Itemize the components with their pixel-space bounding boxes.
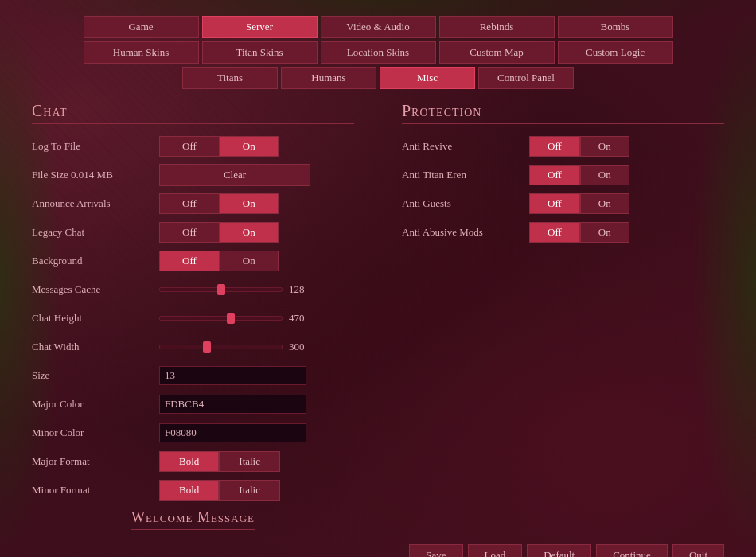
anti-revive-label: Anti Revive	[402, 140, 529, 153]
background-label: Background	[32, 255, 159, 267]
chat-width-value: 300	[289, 341, 313, 353]
subtab-misc[interactable]: Misc	[380, 67, 475, 89]
nav-bombs[interactable]: Bombs	[558, 16, 673, 38]
background-on[interactable]: On	[220, 251, 279, 271]
major-bold-btn[interactable]: Bold	[159, 451, 219, 472]
anti-abusive-mods-on[interactable]: On	[580, 222, 629, 243]
major-italic-btn[interactable]: Italic	[219, 451, 280, 472]
file-size-row: File Size 0.014 MB Clear	[32, 164, 354, 186]
announce-arrivals-row: Announce Arrivals Off On	[32, 193, 354, 215]
log-to-file-on[interactable]: On	[220, 136, 279, 157]
chat-height-value: 470	[289, 312, 313, 325]
chat-height-label: Chat Height	[32, 312, 159, 325]
messages-cache-row: Messages Cache 128	[32, 278, 354, 301]
log-to-file-label: Log To File	[32, 140, 159, 153]
nav-human-skins[interactable]: Human Skins	[84, 41, 199, 64]
nav-custom-logic[interactable]: Custom Logic	[558, 41, 673, 64]
minor-format-row: Minor Format Bold Italic	[32, 479, 354, 501]
chat-width-slider[interactable]	[159, 345, 283, 349]
chat-width-label: Chat Width	[32, 341, 159, 353]
minor-italic-btn[interactable]: Italic	[219, 480, 280, 501]
size-label: Size	[32, 369, 159, 382]
announce-on[interactable]: On	[220, 193, 279, 214]
anti-guests-toggle: Off On	[529, 193, 629, 214]
nav-video-audio[interactable]: Video & Audio	[321, 16, 436, 38]
legacy-off[interactable]: Off	[159, 222, 220, 243]
major-format-group: Bold Italic	[159, 451, 280, 472]
quit-button[interactable]: Quit	[672, 544, 724, 557]
chat-title: Chat	[32, 102, 354, 124]
major-format-label: Major Format	[32, 455, 159, 468]
anti-guests-on[interactable]: On	[580, 193, 629, 214]
anti-guests-label: Anti Guests	[402, 197, 529, 210]
minor-bold-btn[interactable]: Bold	[159, 480, 219, 501]
subtab-control-panel[interactable]: Control Panel	[478, 67, 574, 89]
size-row: Size	[32, 364, 354, 387]
nav-game[interactable]: Game	[84, 16, 199, 38]
chat-height-row: Chat Height 470	[32, 307, 354, 329]
protection-panel: Protection Anti Revive Off On Anti Titan…	[370, 102, 724, 536]
legacy-chat-label: Legacy Chat	[32, 226, 159, 239]
load-button[interactable]: Load	[468, 544, 523, 557]
welcome-section: Welcome Message	[32, 509, 354, 536]
anti-abusive-mods-off[interactable]: Off	[529, 222, 580, 243]
clear-button[interactable]: Clear	[159, 164, 310, 186]
chat-panel: Chat Log To File Off On File Size 0.014 …	[32, 102, 370, 536]
background-row: Background Off On	[32, 250, 354, 272]
anti-titan-eren-on[interactable]: On	[580, 165, 629, 185]
anti-revive-off[interactable]: Off	[529, 136, 580, 157]
anti-titan-eren-label: Anti Titan Eren	[402, 169, 529, 181]
messages-cache-label: Messages Cache	[32, 283, 159, 296]
anti-revive-on[interactable]: On	[580, 136, 629, 157]
anti-titan-eren-toggle: Off On	[529, 165, 629, 185]
announce-arrivals-toggle: Off On	[159, 193, 279, 214]
legacy-on[interactable]: On	[220, 222, 279, 243]
log-to-file-row: Log To File Off On	[32, 135, 354, 158]
continue-button[interactable]: Continue	[596, 544, 668, 557]
anti-abusive-mods-toggle: Off On	[529, 222, 629, 243]
nav-rebinds[interactable]: Rebinds	[439, 16, 555, 38]
anti-titan-eren-row: Anti Titan Eren Off On	[402, 164, 724, 186]
nav-row-1: Game Server Video & Audio Rebinds Bombs	[32, 16, 724, 38]
major-color-label: Major Color	[32, 398, 159, 411]
minor-format-label: Minor Format	[32, 484, 159, 497]
nav-location-skins[interactable]: Location Skins	[321, 41, 436, 64]
log-to-file-toggle: Off On	[159, 136, 279, 157]
minor-color-row: Minor Color	[32, 422, 354, 444]
background-toggle: Off On	[159, 251, 279, 271]
minor-color-input[interactable]	[159, 423, 306, 442]
chat-height-slider[interactable]	[159, 316, 283, 321]
messages-cache-slider[interactable]	[159, 287, 283, 292]
nav-custom-map[interactable]: Custom Map	[439, 41, 555, 64]
chat-height-slider-container: 470	[159, 312, 313, 325]
nav-row-2: Human Skins Titan Skins Location Skins C…	[32, 41, 724, 64]
subtab-titans[interactable]: Titans	[182, 67, 278, 89]
messages-cache-slider-container: 128	[159, 283, 313, 296]
announce-off[interactable]: Off	[159, 193, 220, 214]
chat-width-row: Chat Width 300	[32, 336, 354, 358]
subtab-humans[interactable]: Humans	[281, 67, 376, 89]
background-off[interactable]: Off	[159, 251, 220, 271]
anti-guests-row: Anti Guests Off On	[402, 193, 724, 215]
anti-revive-toggle: Off On	[529, 136, 629, 157]
anti-revive-row: Anti Revive Off On	[402, 135, 724, 158]
nav-titan-skins[interactable]: Titan Skins	[202, 41, 318, 64]
messages-cache-value: 128	[289, 283, 313, 296]
major-color-input[interactable]	[159, 395, 306, 414]
major-format-row: Major Format Bold Italic	[32, 450, 354, 473]
welcome-title: Welcome Message	[131, 509, 255, 530]
nav-server[interactable]: Server	[202, 16, 318, 38]
anti-guests-off[interactable]: Off	[529, 193, 580, 214]
legacy-chat-toggle: Off On	[159, 222, 279, 243]
chat-width-slider-container: 300	[159, 341, 313, 353]
log-to-file-off[interactable]: Off	[159, 136, 220, 157]
announce-arrivals-label: Announce Arrivals	[32, 197, 159, 210]
bottom-bar: Save Load Default Continue Quit	[32, 536, 724, 557]
save-button[interactable]: Save	[409, 544, 462, 557]
minor-format-group: Bold Italic	[159, 480, 280, 501]
minor-color-label: Minor Color	[32, 427, 159, 439]
major-color-row: Major Color	[32, 393, 354, 415]
default-button[interactable]: Default	[527, 544, 591, 557]
size-input[interactable]	[159, 366, 306, 385]
anti-titan-eren-off[interactable]: Off	[529, 165, 580, 185]
